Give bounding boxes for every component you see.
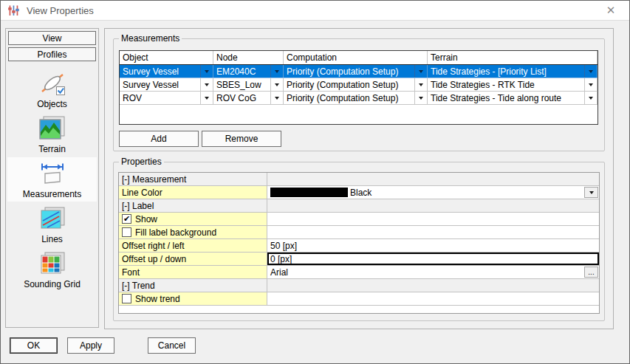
cell-terrain[interactable]: Tide Strategies - Tide along route [428, 92, 598, 104]
measurements-group-label: Measurements [119, 33, 182, 44]
column-header-object[interactable]: Object [120, 51, 213, 64]
dropdown-button[interactable] [270, 92, 283, 104]
dropdown-button[interactable] [584, 65, 597, 78]
property-value[interactable]: Black [267, 186, 599, 199]
cell-object[interactable]: ROV [120, 92, 213, 104]
property-row-show-trend: Show trend [119, 292, 599, 306]
property-label[interactable]: [-] Measurement [119, 173, 267, 185]
terrain-icon [38, 114, 67, 142]
value-text: 50 [px] [270, 241, 297, 251]
sidebar-item-measurements[interactable]: Measurements [7, 157, 97, 202]
add-button[interactable]: Add [119, 131, 199, 147]
dropdown-button[interactable] [200, 92, 213, 104]
table-row[interactable]: Survey VesselSBES_LowPriority (Computati… [120, 78, 598, 92]
table-buttons: Add Remove [119, 131, 281, 147]
table-row[interactable]: Survey VesselEM2040CPriority (Computatio… [120, 65, 598, 78]
dropdown-button[interactable] [584, 92, 597, 104]
sidebar-item-label: Terrain [38, 144, 66, 154]
column-header-computation[interactable]: Computation [284, 51, 428, 64]
chevron-down-icon [419, 97, 423, 102]
property-value[interactable] [267, 213, 599, 225]
main-panel: Measurements ObjectNodeComputationTerrai… [104, 28, 614, 329]
cell-object-value: ROV [120, 93, 200, 103]
property-value [267, 173, 599, 185]
cell-node[interactable]: ROV CoG [213, 92, 284, 104]
color-dropdown-button[interactable] [584, 187, 598, 198]
tab-view[interactable]: View [8, 31, 96, 45]
objects-icon [38, 69, 67, 97]
property-row-offset-right-left: Offset right / left50 [px] [119, 239, 599, 253]
dropdown-button[interactable] [270, 65, 283, 78]
property-value[interactable]: 50 [px] [267, 239, 599, 252]
chevron-down-icon [205, 97, 209, 102]
property-value[interactable]: Arial... [267, 266, 599, 278]
cell-computation-value: Priority (Computation Setup) [284, 66, 414, 77]
show-checkbox[interactable]: ✔ [122, 214, 131, 224]
cell-terrain[interactable]: Tide Strategies - RTK Tide [428, 78, 598, 91]
table-header: ObjectNodeComputationTerrain [120, 51, 598, 65]
fill-label-background-checkbox[interactable] [122, 227, 131, 237]
property-grid: [-] MeasurementLine ColorBlack[-] Label✔… [118, 172, 600, 314]
apply-button[interactable]: Apply [67, 337, 114, 354]
property-value[interactable] [267, 292, 599, 305]
dropdown-button[interactable] [414, 65, 427, 78]
property-label: Fill label background [119, 226, 267, 238]
property-label: ✔Show [119, 213, 267, 225]
property-label: Show trend [119, 292, 267, 305]
table-body: Survey VesselEM2040CPriority (Computatio… [120, 65, 598, 105]
cell-computation-value: Priority (Computation Setup) [284, 80, 414, 90]
cell-object[interactable]: Survey Vessel [120, 65, 213, 78]
chevron-down-icon [275, 70, 279, 75]
cell-computation[interactable]: Priority (Computation Setup) [284, 92, 428, 104]
property-row-show: ✔Show [119, 213, 599, 226]
sidebar-item-sounding-grid[interactable]: Sounding Grid [7, 247, 97, 292]
checkbox-label: Show [135, 214, 157, 224]
chevron-down-icon [589, 97, 593, 102]
dropdown-button[interactable] [414, 92, 427, 104]
window-title: View Properties [27, 5, 94, 16]
cell-object-value: Survey Vessel [120, 80, 200, 90]
dropdown-button[interactable] [200, 78, 213, 91]
cell-object[interactable]: Survey Vessel [120, 78, 213, 91]
cell-terrain-value: Tide Strategies - Tide along route [428, 93, 584, 103]
column-header-terrain[interactable]: Terrain [428, 51, 598, 64]
sidebar-item-label: Lines [41, 234, 63, 244]
dropdown-button[interactable] [414, 78, 427, 91]
cell-terrain[interactable]: Tide Strategies - [Priority List] [428, 65, 598, 78]
color-swatch [270, 188, 348, 197]
cell-node[interactable]: SBES_Low [213, 78, 284, 91]
dropdown-button[interactable] [584, 78, 597, 91]
property-value[interactable]: 0 [px] [267, 253, 599, 265]
property-row-line-color: Line ColorBlack [119, 186, 599, 199]
property-label[interactable]: [-] Trend [119, 279, 267, 292]
property-label[interactable]: [-] Label [119, 199, 267, 212]
chevron-down-icon [205, 70, 209, 75]
sidebar-item-label: Objects [37, 99, 67, 109]
close-icon[interactable]: ✕ [598, 1, 623, 20]
checkbox-label: Show trend [135, 294, 180, 304]
property-value[interactable] [267, 226, 599, 238]
tab-profiles[interactable]: Profiles [8, 47, 96, 61]
ellipsis-button[interactable]: ... [584, 267, 598, 278]
ok-button[interactable]: OK [10, 337, 58, 354]
sidebar-item-lines[interactable]: Lines [7, 202, 97, 247]
view-properties-dialog: View Properties ✕ View Profiles ObjectsT… [0, 0, 630, 364]
property-label: Offset up / down [119, 253, 267, 265]
sidebar-item-objects[interactable]: Objects [7, 67, 97, 111]
chevron-down-icon [205, 83, 209, 89]
value-text: 0 [px] [270, 254, 292, 264]
show-trend-checkbox[interactable] [122, 294, 131, 303]
cancel-button[interactable]: Cancel [148, 337, 196, 354]
cell-computation[interactable]: Priority (Computation Setup) [284, 65, 428, 78]
sidebar-item-terrain[interactable]: Terrain [7, 112, 97, 157]
cell-node[interactable]: EM2040C [213, 65, 284, 78]
table-row[interactable]: ROVROV CoGPriority (Computation Setup)Ti… [120, 92, 598, 105]
cell-object-value: Survey Vessel [120, 66, 200, 77]
remove-button[interactable]: Remove [202, 131, 281, 147]
column-header-node[interactable]: Node [213, 51, 284, 64]
dropdown-button[interactable] [200, 65, 213, 78]
properties-group-label: Properties [119, 157, 164, 167]
dropdown-button[interactable] [270, 78, 283, 91]
cell-computation[interactable]: Priority (Computation Setup) [284, 78, 428, 91]
measurements-groupbox: Measurements ObjectNodeComputationTerrai… [113, 38, 605, 151]
